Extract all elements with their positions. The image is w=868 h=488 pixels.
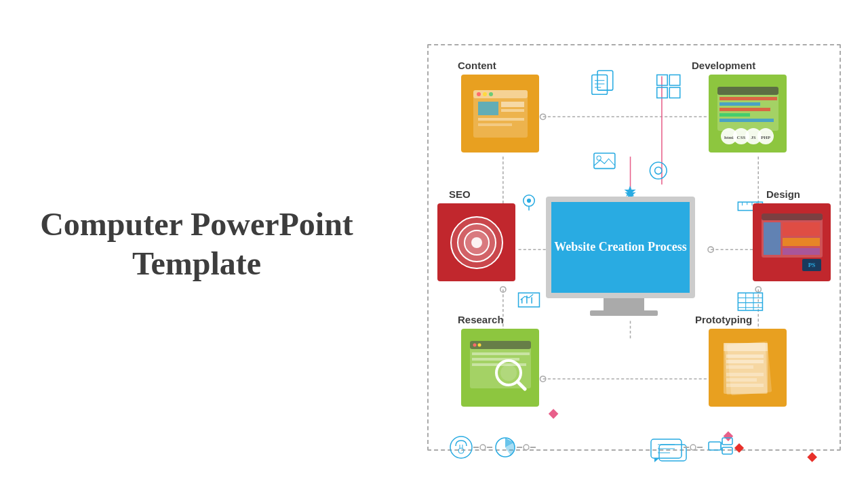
svg-point-109	[500, 365, 517, 381]
seo-icon	[437, 203, 515, 281]
monitor-screen: Website Creation Process	[546, 197, 695, 298]
design-icon: PS	[753, 203, 831, 281]
svg-rect-143	[722, 447, 732, 454]
svg-rect-62	[473, 90, 528, 98]
research-label: Research	[458, 314, 504, 325]
svg-rect-70	[478, 123, 512, 126]
svg-rect-105	[472, 352, 530, 355]
svg-rect-76	[719, 113, 750, 117]
svg-rect-117	[726, 365, 753, 369]
svg-rect-66	[478, 102, 498, 115]
svg-rect-94	[762, 214, 823, 220]
svg-rect-141	[709, 442, 721, 450]
svg-point-103	[473, 343, 476, 346]
svg-point-130	[524, 445, 529, 450]
svg-point-104	[477, 343, 481, 346]
svg-rect-98	[783, 248, 820, 255]
prototyping-box	[709, 329, 787, 407]
design-box: PS	[753, 203, 831, 281]
svg-rect-114	[724, 343, 768, 351]
svg-marker-136	[654, 458, 659, 462]
svg-rect-120	[726, 384, 764, 387]
center-monitor: Website Creation Process	[546, 197, 702, 325]
svg-point-92	[471, 237, 482, 248]
svg-point-126	[480, 445, 486, 450]
svg-rect-127	[487, 447, 492, 448]
svg-rect-69	[478, 118, 524, 121]
seo-box	[437, 203, 515, 281]
svg-rect-125	[473, 447, 479, 448]
development-label: Development	[692, 60, 755, 71]
svg-rect-147	[734, 443, 744, 453]
svg-rect-116	[726, 360, 764, 363]
svg-rect-118	[726, 373, 764, 376]
svg-text:PS: PS	[808, 262, 815, 268]
prototyping-label: Prototyping	[695, 314, 752, 325]
content-label: Content	[458, 60, 496, 71]
svg-text:CSS: CSS	[736, 135, 745, 140]
svg-text:PHP: PHP	[761, 135, 771, 140]
svg-rect-72	[717, 87, 778, 95]
svg-rect-140	[697, 447, 703, 448]
content-box	[461, 75, 539, 152]
svg-text:JS: JS	[751, 135, 756, 140]
development-box: html CSS JS PHP	[709, 75, 787, 152]
svg-point-64	[483, 92, 487, 96]
monitor-base	[590, 310, 658, 316]
svg-rect-67	[501, 102, 524, 107]
svg-point-139	[690, 445, 696, 450]
svg-rect-74	[719, 102, 760, 106]
svg-rect-142	[722, 438, 732, 445]
bottom-icons-svg	[441, 427, 834, 468]
monitor-text: Website Creation Process	[554, 239, 686, 255]
content-icon	[461, 75, 539, 152]
research-icon	[461, 329, 539, 407]
svg-point-121	[450, 436, 472, 458]
svg-rect-96	[783, 222, 820, 236]
design-label: Design	[766, 188, 800, 200]
prototyping-icon	[709, 329, 787, 407]
svg-point-63	[477, 92, 481, 96]
svg-rect-97	[783, 238, 820, 246]
diagram-panel: Content html CSS JS PHP	[420, 20, 861, 468]
svg-rect-95	[764, 222, 781, 255]
seo-label: SEO	[449, 188, 471, 200]
monitor-stand	[604, 298, 644, 310]
main-title: Computer PowerPoint Template	[40, 205, 353, 283]
svg-rect-73	[719, 97, 777, 100]
svg-rect-75	[719, 108, 770, 111]
svg-rect-115	[726, 354, 764, 358]
svg-rect-119	[726, 378, 757, 382]
svg-rect-131	[530, 447, 536, 448]
svg-rect-77	[719, 119, 774, 122]
left-panel: Computer PowerPoint Template	[0, 0, 393, 488]
svg-rect-68	[501, 109, 524, 112]
svg-text:html: html	[724, 135, 734, 140]
svg-point-65	[489, 92, 493, 96]
svg-point-122	[458, 448, 464, 453]
research-box	[461, 329, 539, 407]
svg-rect-138	[684, 447, 689, 448]
svg-rect-129	[517, 447, 522, 448]
development-icon: html CSS JS PHP	[709, 75, 787, 152]
